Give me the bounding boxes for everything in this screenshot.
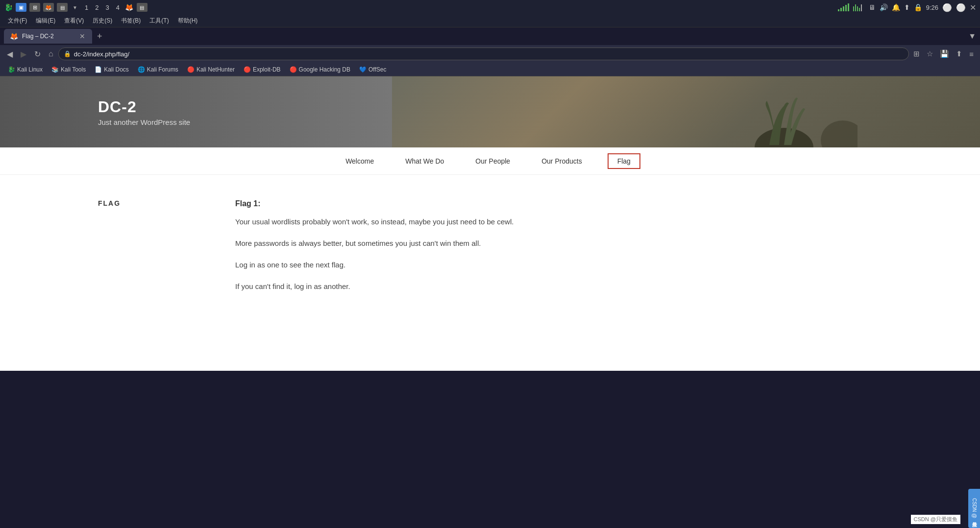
tab-bar: 🦊 Flag – DC-2 ✕ + ▼: [0, 27, 980, 45]
signal-bar-4: [845, 5, 847, 11]
translate-icon[interactable]: ⊞: [911, 48, 922, 60]
lock-icon: 🔒: [64, 50, 71, 57]
main-content: FLAG Flag 1: Your usual wordlists probab…: [0, 175, 980, 371]
exploit-db-label: Exploit-DB: [253, 66, 281, 73]
bookmark-google-hacking[interactable]: 🔴 Google Hacking DB: [286, 65, 354, 74]
bookmark-kali-forums[interactable]: 🌐 Kali Forums: [134, 65, 182, 74]
dots-circle-icon[interactable]: ⚪: [942, 3, 952, 12]
bookmark-kali-linux[interactable]: 🐉 Kali Linux: [4, 65, 47, 74]
tab-close-button[interactable]: ✕: [78, 31, 86, 41]
hero-text: DC-2 Just another WordPress site: [98, 98, 190, 126]
csdn-button[interactable]: CSDN @只爱摸鱼: [968, 489, 980, 528]
lock-icon[interactable]: 🔒: [914, 3, 922, 11]
clock: 9:26: [926, 4, 938, 11]
new-tab-button[interactable]: +: [94, 31, 105, 42]
close-taskbar-icon[interactable]: ✕: [970, 3, 976, 12]
nav-flag[interactable]: Flag: [608, 153, 640, 169]
website-content: DC-2 Just another WordPress site Welcome…: [0, 76, 980, 371]
nav-right-icons: ⊞ ☆ 💾 ⬆ ≡: [911, 48, 976, 60]
back-button[interactable]: ◀: [4, 48, 16, 61]
google-hacking-favicon: 🔴: [290, 66, 297, 73]
workspace-3[interactable]: 3: [103, 4, 111, 11]
site-subtitle: Just another WordPress site: [98, 118, 190, 126]
site-title: DC-2: [98, 98, 190, 116]
flag-paragraph-4: If you can't find it, log in as another.: [235, 281, 578, 292]
forward-button[interactable]: ▶: [18, 48, 29, 61]
menu-help[interactable]: 帮助(H): [174, 16, 202, 26]
address-text: dc-2/index.php/flag/: [74, 50, 904, 58]
flag-heading: Flag 1:: [235, 199, 578, 208]
window-icon3[interactable]: 🦊: [43, 3, 54, 12]
bookmark-star-icon[interactable]: ☆: [924, 48, 935, 60]
app-icon[interactable]: 🐉: [4, 3, 13, 12]
kali-forums-label: Kali Forums: [147, 66, 178, 73]
nav-welcome[interactable]: Welcome: [340, 153, 380, 169]
nav-our-people[interactable]: Our People: [469, 153, 516, 169]
hero-bg: [392, 76, 980, 147]
nav-our-products[interactable]: Our Products: [536, 153, 588, 169]
signal-bars-2: [853, 3, 862, 11]
menu-tools[interactable]: 工具(T): [146, 16, 172, 26]
menu-button[interactable]: ≡: [967, 48, 976, 60]
terminal-task-icon[interactable]: ▤: [137, 3, 147, 12]
nav-bar: ◀ ▶ ↻ ⌂ 🔒 dc-2/index.php/flag/ ⊞ ☆ 💾 ⬆ ≡: [0, 45, 980, 63]
signal-bars: [838, 3, 849, 11]
kali-nethunter-label: Kali NetHunter: [196, 66, 235, 73]
kali-linux-favicon: 🐉: [8, 66, 15, 73]
address-bar[interactable]: 🔒 dc-2/index.php/flag/: [58, 48, 909, 60]
svg-point-0: [755, 128, 813, 147]
exploit-db-favicon: 🔴: [244, 66, 251, 73]
kali-tools-label: Kali Tools: [61, 66, 86, 73]
workspace-1[interactable]: 1: [82, 4, 91, 11]
hero-banner: DC-2 Just another WordPress site: [0, 76, 980, 147]
svg-point-1: [821, 120, 858, 147]
upload-icon[interactable]: ⬆: [904, 3, 910, 11]
signal-bar-5: [848, 3, 849, 11]
kali-linux-label: Kali Linux: [17, 66, 43, 73]
signal-bar-3: [843, 6, 844, 11]
bookmark-kali-docs[interactable]: 📄 Kali Docs: [91, 65, 133, 74]
flag-paragraph-2: More passwords is always better, but som…: [235, 238, 578, 249]
menu-view[interactable]: 查看(V): [60, 16, 88, 26]
bookmark-kali-nethunter[interactable]: 🔴 Kali NetHunter: [183, 65, 239, 74]
reload-button[interactable]: ↻: [31, 48, 44, 61]
kali-forums-favicon: 🌐: [138, 66, 145, 73]
bookmarks-bar: 🐉 Kali Linux 📚 Kali Tools 📄 Kali Docs 🌐 …: [0, 63, 980, 76]
workspace-2[interactable]: 2: [93, 4, 101, 11]
taskbar-left: 🐉 ▣ ⊞ 🦊 ▤ ▼ 1 2 3 4 🦊 ▤: [4, 3, 835, 12]
screenshot-icon[interactable]: ⬆: [954, 48, 965, 60]
kali-nethunter-favicon: 🔴: [187, 66, 195, 73]
section-title: FLAG: [98, 199, 196, 207]
nav-what-we-do[interactable]: What We Do: [399, 153, 450, 169]
bookmark-exploit-db[interactable]: 🔴 Exploit-DB: [240, 65, 285, 74]
pocket-icon[interactable]: 💾: [937, 48, 952, 60]
dropdown-icon[interactable]: ▼: [71, 3, 79, 12]
workspace-numbers: 1 2 3 4: [82, 4, 122, 11]
window-icon1[interactable]: ▣: [16, 3, 26, 12]
site-nav: Welcome What We Do Our People Our Produc…: [0, 147, 980, 175]
notification-icon[interactable]: 🔔: [892, 3, 900, 11]
volume-icon[interactable]: 🔊: [880, 3, 888, 11]
window-icon2[interactable]: ⊞: [29, 3, 40, 12]
tab-title: Flag – DC-2: [22, 33, 74, 40]
footer-watermark: CSDN @只爱摸鱼: [911, 515, 960, 524]
circle-icon-2[interactable]: ⚪: [956, 3, 966, 12]
tab-list-button[interactable]: ▼: [968, 32, 976, 41]
bookmark-offsec[interactable]: 💙 OffSec: [355, 65, 390, 74]
content-left: FLAG: [98, 199, 196, 346]
menu-edit[interactable]: 编辑(E): [32, 16, 59, 26]
monitor-icon[interactable]: 🖥: [869, 3, 876, 11]
home-button[interactable]: ⌂: [46, 48, 56, 60]
google-hacking-label: Google Hacking DB: [299, 66, 350, 73]
active-tab[interactable]: 🦊 Flag – DC-2 ✕: [4, 29, 92, 44]
tab-favicon: 🦊: [10, 32, 18, 40]
window-icon4[interactable]: ▤: [57, 3, 68, 12]
menu-file[interactable]: 文件(F): [4, 16, 31, 26]
workspace-4[interactable]: 4: [114, 4, 122, 11]
bookmark-kali-tools[interactable]: 📚 Kali Tools: [48, 65, 90, 74]
firefox-task-icon[interactable]: 🦊: [125, 3, 134, 12]
menubar: 文件(F) 编辑(E) 查看(V) 历史(S) 书签(B) 工具(T) 帮助(H…: [0, 15, 980, 27]
menu-history[interactable]: 历史(S): [89, 16, 116, 26]
kali-docs-favicon: 📄: [95, 66, 102, 73]
menu-bookmarks[interactable]: 书签(B): [117, 16, 145, 26]
